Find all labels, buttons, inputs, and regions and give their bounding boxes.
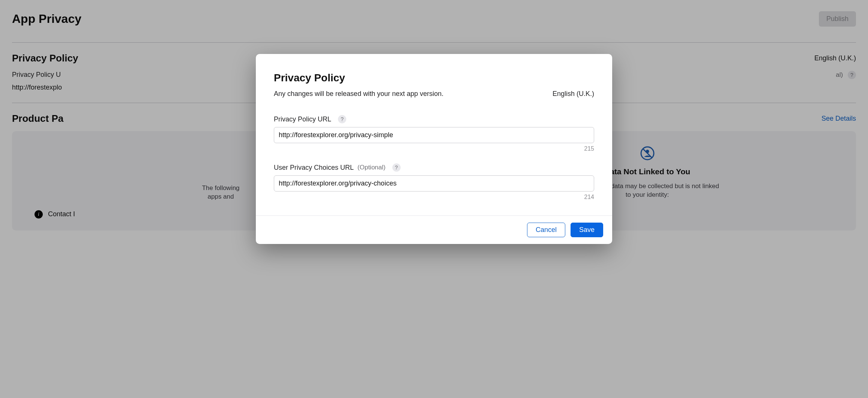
modal-title: Privacy Policy xyxy=(274,72,594,84)
choices-url-counter: 214 xyxy=(274,194,594,200)
privacy-url-input[interactable] xyxy=(274,127,594,143)
field2-label-row: User Privacy Choices URL (Optional) ? xyxy=(274,163,594,172)
modal-language: English (U.K.) xyxy=(553,90,594,98)
cancel-button[interactable]: Cancel xyxy=(527,223,565,237)
save-button[interactable]: Save xyxy=(571,223,603,237)
privacy-policy-modal: Privacy Policy Any changes will be relea… xyxy=(256,54,612,244)
modal-subtitle: Any changes will be released with your n… xyxy=(274,90,443,98)
modal-overlay[interactable]: Privacy Policy Any changes will be relea… xyxy=(0,0,868,398)
privacy-url-field-label: Privacy Policy URL xyxy=(274,115,331,123)
privacy-url-counter: 215 xyxy=(274,145,594,152)
choices-url-field-label: User Privacy Choices URL xyxy=(274,164,354,172)
choices-url-input[interactable] xyxy=(274,175,594,192)
optional-label: (Optional) xyxy=(357,164,386,171)
field1-label-row: Privacy Policy URL ? xyxy=(274,115,594,123)
modal-footer: Cancel Save xyxy=(256,215,612,244)
modal-sub-row: Any changes will be released with your n… xyxy=(274,90,594,115)
help-icon[interactable]: ? xyxy=(338,115,346,123)
modal-body: Privacy Policy Any changes will be relea… xyxy=(256,54,612,215)
help-icon[interactable]: ? xyxy=(392,163,401,172)
